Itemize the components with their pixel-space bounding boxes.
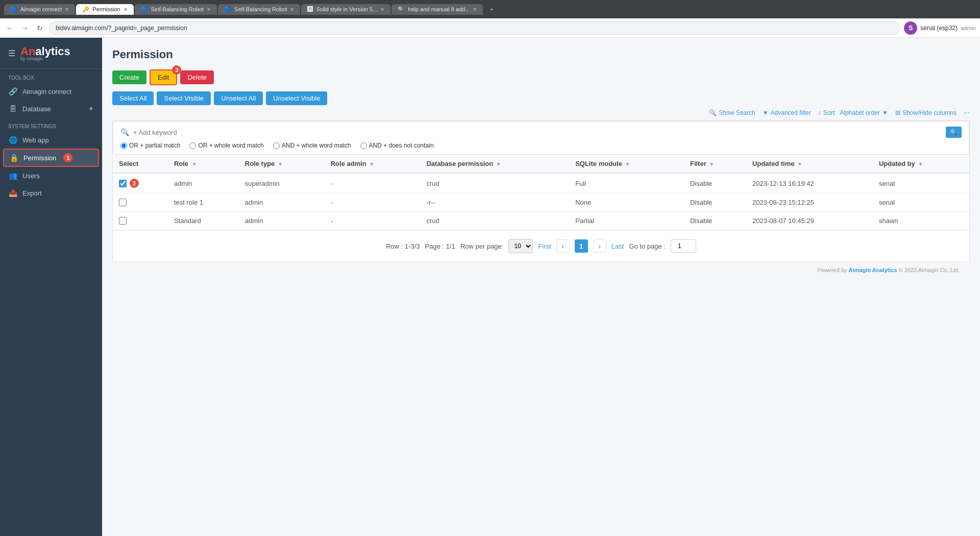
select-cell [113,193,168,212]
app-layout: ☰ Analytics by Aimagin Tool box 🔗 Aimagi… [0,38,980,536]
cell-updated-by: senal [873,193,969,212]
select-all-button[interactable]: Select All [112,91,154,105]
sort-link[interactable]: ↕ Sort: Alphabet order ▼ [818,109,888,116]
cell-role: admin [168,173,239,193]
cell-sqlite-module: None [569,193,684,212]
prev-page-button[interactable]: ‹ [556,239,570,253]
row-checkbox[interactable] [119,180,127,187]
refresh-button[interactable]: ↻ [35,22,45,34]
address-input[interactable] [49,21,900,35]
cell-filter: Disable [684,212,746,230]
col-filter[interactable]: Filter ▼ [684,155,746,173]
select-cell-inner [119,217,162,225]
page-info: Page : 1/1 [425,242,455,250]
row-checkbox[interactable] [119,199,127,206]
forward-button[interactable]: → [19,22,31,34]
select-cell [113,212,168,230]
cell-role: Standard [168,212,239,230]
address-bar: ← → ↻ S senal (esp32) admin [0,18,980,38]
selection-bar: Select All Select Visible Unselect All U… [112,91,970,105]
sidebar-item-users[interactable]: 👥 Users [0,167,102,184]
col-updated-by[interactable]: Updated by ▼ [873,155,969,173]
unselect-all-button[interactable]: Unselect All [214,91,263,105]
show-search-link[interactable]: 🔍 Show Search [709,109,755,116]
more-options-link[interactable]: ⋯ [964,109,970,116]
sidebar-item-label: Web app [22,136,49,144]
delete-button[interactable]: Delete [180,70,214,84]
per-page-select[interactable]: 10 25 50 [508,239,533,253]
browser-tab-robot1[interactable]: 🔵Self-Balancing Robot✕ [135,4,217,15]
search-area: 🔍 🔍 OR + partial match OR + whole word m… [113,121,969,155]
sqlite-filter-icon: ▼ [625,161,630,167]
select-cell: 2 [113,173,168,193]
footer-brand-link[interactable]: Aimagin Analytics [849,267,897,273]
sidebar-item-aimagin-connect[interactable]: 🔗 Aimagin connect [0,83,102,100]
cell-filter: Disable [684,173,746,193]
browser-chrome: 🔵Aimagin connect✕ 🔑Permission✕ 🔵Self-Bal… [0,0,980,18]
advanced-filter-link[interactable]: ▼ Advanced filter [763,109,811,116]
users-icon: 👥 [8,172,17,180]
radio-or-partial[interactable]: OR + partial match [120,142,180,149]
link-icon: 🔗 [8,87,17,95]
next-page-button[interactable]: › [593,239,606,253]
col-role-type[interactable]: Role type ▼ [239,155,325,173]
col-role-admin[interactable]: Role admin ▼ [325,155,421,173]
last-page-link[interactable]: Last [611,242,624,250]
cell-role-admin: - [325,212,421,230]
browser-tab-help[interactable]: 🔍help and manual 8 add...✕ [391,4,483,15]
radio-or-whole[interactable]: OR + whole word match [189,142,263,149]
radio-and-not[interactable]: AND + does not contain [360,142,434,149]
table-row: 2adminsuperadmin-crudFullDisable2023-12-… [113,173,969,193]
sidebar-item-label: Export [22,189,42,197]
browser-tab-robot2[interactable]: 🔵Self-Balancing Robot✕ [218,4,300,15]
toolbar-row: 🔍 Show Search ▼ Advanced filter ↕ Sort: … [112,109,970,116]
select-cell-inner: 2 [119,179,162,188]
sidebar-item-permission[interactable]: 🔒 Permission 1 [3,149,99,167]
sort-chevron-icon: ▼ [882,109,888,116]
footer-copy: © 2023 Aimagin Co.,Ltd. [897,267,960,273]
radio-and-not-input[interactable] [360,142,367,149]
row-checkbox[interactable] [119,217,127,225]
footer-text: Powered by [817,267,848,273]
browser-tab-fontawesome[interactable]: 🅰Solid style in Version 5...✕ [301,4,390,15]
back-button[interactable]: ← [4,22,15,34]
radio-and-whole[interactable]: AND + whole word match [273,142,351,149]
unselect-visible-button[interactable]: Unselect Visible [266,91,327,105]
radio-and-whole-input[interactable] [273,142,280,149]
first-page-link[interactable]: First [538,242,551,250]
browser-tabs: 🔵Aimagin connect✕ 🔑Permission✕ 🔵Self-Bal… [4,4,976,15]
sidebar-item-database[interactable]: 🗄 Database ▼ [0,100,102,117]
search-options: OR + partial match OR + whole word match… [120,142,962,149]
updated-time-filter-icon: ▼ [797,161,802,167]
select-visible-button[interactable]: Select Visible [157,91,211,105]
col-role[interactable]: Role ▼ [168,155,239,173]
search-icon-small: 🔍 [709,109,717,116]
browser-tab-aimagin[interactable]: 🔵Aimagin connect✕ [4,4,75,15]
cell-sqlite-module: Partial [569,212,684,230]
row-info: Row : 1-3/3 [386,242,420,250]
per-page-label: Row per page: [460,242,504,250]
search-input[interactable] [133,129,942,136]
cell-db-permission: crud [420,173,569,193]
browser-tab-new[interactable]: + [484,4,499,15]
main-content: Permission Create Edit 3 Delete Select A… [102,38,980,536]
col-db-permission[interactable]: Database permission ▼ [420,155,569,173]
create-button[interactable]: Create [112,70,146,84]
radio-or-partial-input[interactable] [120,142,127,149]
show-hide-columns-link[interactable]: ⊞ Show/Hide columns [895,109,957,116]
cell-updated-time: 2023-12-13 16:19:42 [746,173,873,193]
goto-input[interactable] [671,239,696,253]
user-name-display: senal (esp32) [920,25,958,32]
browser-tab-permission[interactable]: 🔑Permission✕ [76,4,133,15]
sidebar-item-web-app[interactable]: 🌐 Web app [0,131,102,149]
cell-db-permission: crud [420,212,569,230]
sidebar-item-export[interactable]: 📤 Export [0,184,102,202]
pagination-area: Row : 1-3/3 Page : 1/1 Row per page: 10 … [113,230,969,261]
col-updated-time[interactable]: Updated time ▼ [746,155,873,173]
hamburger-icon[interactable]: ☰ [8,48,15,58]
radio-or-whole-input[interactable] [189,142,196,149]
lock-icon: 🔒 [9,154,18,162]
page-1-button[interactable]: 1 [575,239,588,253]
search-go-button[interactable]: 🔍 [946,127,962,138]
col-sqlite-module[interactable]: SQLite module ▼ [569,155,684,173]
